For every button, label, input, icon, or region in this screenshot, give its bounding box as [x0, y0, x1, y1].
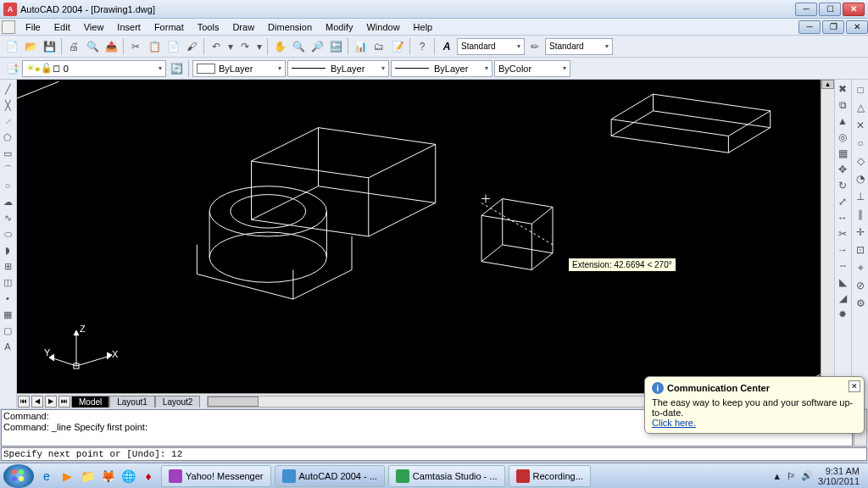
clock[interactable]: 9:31 AM 3/10/2011 [818, 466, 865, 486]
menu-dimension[interactable]: Dimension [261, 20, 319, 34]
print-preview-button[interactable]: 🔍 [84, 38, 101, 55]
text-style-icon[interactable]: ✏ [526, 38, 543, 55]
menu-tools[interactable]: Tools [191, 20, 226, 34]
quick-chrome-icon[interactable]: 🌐 [119, 467, 137, 485]
layer-previous-button[interactable]: 🔄 [168, 60, 185, 77]
break-tool[interactable]: ╌ [835, 258, 850, 274]
comm-close-button[interactable]: ✕ [849, 380, 860, 392]
cut-button[interactable]: ✂ [127, 38, 144, 55]
mdi-control-icon[interactable] [2, 20, 15, 34]
menu-format[interactable]: Format [147, 20, 191, 34]
menu-draw[interactable]: Draw [225, 20, 261, 34]
polygon-tool[interactable]: ⬠ [0, 130, 15, 145]
dimstyle-dropdown[interactable]: Standard [457, 38, 525, 55]
tab-model[interactable]: Model [71, 396, 109, 408]
color-dropdown[interactable]: ByLayer [192, 60, 286, 77]
tab-layout2[interactable]: Layout2 [155, 396, 201, 408]
menu-file[interactable]: File [19, 20, 47, 34]
menu-edit[interactable]: Edit [47, 20, 77, 34]
menu-help[interactable]: Help [407, 20, 440, 34]
rectangle-tool[interactable]: ▭ [0, 146, 15, 161]
text-tool[interactable]: A [0, 339, 15, 354]
chamfer-tool[interactable]: ◣ [835, 274, 850, 290]
osnap-nearest[interactable]: ⌖ [852, 259, 868, 276]
point-tool[interactable]: • [0, 291, 15, 306]
osnap-none[interactable]: ⊘ [852, 277, 868, 294]
pline-tool[interactable]: ⟋ [0, 114, 15, 129]
tray-flag-icon[interactable]: 🏳 [787, 471, 796, 481]
redo-dropdown[interactable]: ▾ [255, 38, 264, 55]
tab-first-button[interactable]: ⏮ [18, 396, 30, 408]
tab-last-button[interactable]: ⏭ [58, 396, 70, 408]
help-button[interactable]: ? [414, 38, 431, 55]
trim-tool[interactable]: ✂ [835, 226, 850, 241]
taskbar-item-yahoo[interactable]: Yahoo! Messenger [161, 465, 271, 487]
mdi-minimize-button[interactable]: ─ [798, 20, 821, 34]
move-tool[interactable]: ✥ [835, 162, 850, 177]
taskbar-item-recording[interactable]: Recording... [509, 465, 591, 487]
ellipse-tool[interactable]: ⬭ [0, 226, 15, 241]
menu-view[interactable]: View [77, 20, 111, 34]
tray-volume-icon[interactable]: 🔊 [801, 470, 813, 481]
command-input[interactable]: Specify next point or [Undo]: 12 [1, 447, 867, 461]
plotstyle-dropdown[interactable]: ByColor [494, 60, 570, 77]
copy-tool[interactable]: ⧉ [835, 97, 850, 113]
minimize-button[interactable]: ─ [795, 3, 817, 16]
comm-link[interactable]: Click here. [652, 418, 696, 428]
tab-prev-button[interactable]: ◀ [31, 396, 43, 408]
publish-button[interactable]: 📤 [103, 38, 120, 55]
pan-button[interactable]: ✋ [271, 38, 288, 55]
copy-button[interactable]: 📋 [146, 38, 163, 55]
mdi-restore-button[interactable]: ❐ [822, 20, 844, 34]
save-button[interactable]: 💾 [41, 38, 58, 55]
mdi-close-button[interactable]: ✕ [846, 20, 868, 34]
linetype-dropdown[interactable]: ByLayer [287, 60, 389, 77]
quick-ie-icon[interactable]: e [37, 467, 56, 485]
zoom-realtime-button[interactable]: 🔍 [290, 38, 307, 55]
explode-tool[interactable]: ✸ [835, 307, 850, 322]
arc-tool[interactable]: ⌒ [0, 162, 15, 177]
insert-block-tool[interactable]: ⊞ [0, 258, 15, 274]
region-tool[interactable]: ▢ [0, 323, 15, 338]
tool-palettes-button[interactable]: 📝 [389, 38, 406, 55]
start-button[interactable] [3, 464, 34, 488]
erase-tool[interactable]: ✖ [835, 81, 850, 97]
textstyle-dropdown[interactable]: Standard [545, 38, 613, 55]
undo-dropdown[interactable]: ▾ [226, 38, 235, 55]
vertical-scrollbar[interactable] [821, 80, 834, 393]
osnap-endpoint[interactable]: □ [852, 81, 868, 98]
osnap-quadrant[interactable]: ◇ [852, 152, 868, 169]
layer-manager-button[interactable]: 📑 [3, 60, 20, 77]
dim-style-icon[interactable]: A [438, 38, 455, 55]
zoom-previous-button[interactable]: 🔙 [327, 38, 344, 55]
tab-next-button[interactable]: ▶ [45, 396, 57, 408]
spline-tool[interactable]: ∿ [0, 210, 15, 225]
stretch-tool[interactable]: ↔ [835, 210, 850, 225]
undo-button[interactable]: ↶ [208, 38, 225, 55]
quick-wmp-icon[interactable]: ▶ [58, 467, 76, 485]
make-block-tool[interactable]: ◫ [0, 274, 15, 290]
array-tool[interactable]: ▦ [835, 146, 850, 161]
line-tool[interactable]: ╱ [0, 81, 15, 97]
extend-tool[interactable]: → [835, 242, 850, 258]
xline-tool[interactable]: ╳ [0, 97, 15, 113]
osnap-center[interactable]: ○ [852, 135, 868, 152]
fillet-tool[interactable]: ◢ [835, 291, 850, 306]
osnap-intersection[interactable]: ✕ [852, 117, 868, 134]
osnap-parallel[interactable]: ∥ [852, 206, 868, 223]
menu-modify[interactable]: Modify [319, 20, 359, 34]
paste-button[interactable]: 📄 [164, 38, 181, 55]
scale-tool[interactable]: ⤢ [835, 194, 850, 209]
lineweight-dropdown[interactable]: ByLayer [391, 60, 492, 77]
taskbar-item-autocad[interactable]: AutoCAD 2004 - ... [275, 465, 385, 487]
layer-dropdown[interactable]: ☀●🔓◻ 0 [22, 60, 166, 77]
osnap-node[interactable]: ✛ [852, 224, 868, 241]
revcloud-tool[interactable]: ☁ [0, 194, 15, 209]
drawing-canvas[interactable]: Extension: 42.6694 < 270° Z X Y [17, 80, 821, 393]
circle-tool[interactable]: ○ [0, 178, 15, 193]
design-center-button[interactable]: 🗂 [370, 38, 387, 55]
offset-tool[interactable]: ◎ [835, 130, 850, 145]
new-button[interactable]: 📄 [3, 38, 20, 55]
properties-button[interactable]: 📊 [352, 38, 369, 55]
menu-insert[interactable]: Insert [110, 20, 147, 34]
